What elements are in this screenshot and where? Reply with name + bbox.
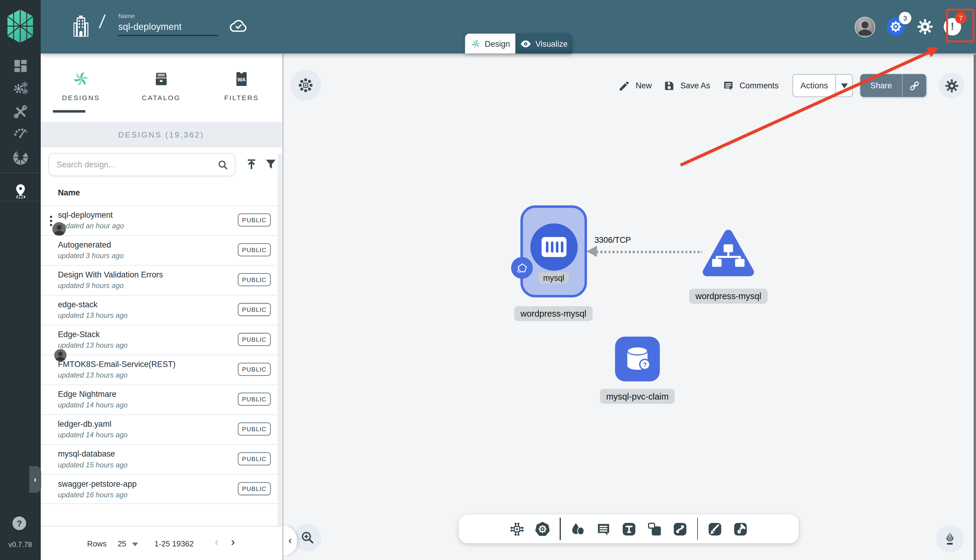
sidebar-expand-button[interactable]: › bbox=[29, 466, 41, 493]
import-design-icon[interactable] bbox=[245, 157, 258, 171]
list-item[interactable]: sql-deployment updated an hour ago PUBLI… bbox=[40, 205, 282, 235]
list-item[interactable]: mysql-database updated 15 hours ago PUBL… bbox=[40, 444, 282, 474]
components-chip-icon[interactable] bbox=[509, 520, 526, 537]
text-tool-icon[interactable] bbox=[620, 520, 637, 537]
node-pvc-mysql-pvc-claim[interactable]: ? bbox=[615, 337, 660, 382]
share-button[interactable]: Share bbox=[860, 74, 926, 97]
meshery-kanvas-app: › ? v0.7.78 / Name sql-deployment bbox=[0, 0, 976, 560]
visibility-badge: PUBLIC bbox=[238, 213, 271, 227]
toolbar-divider bbox=[560, 518, 561, 540]
rectangle-tool-icon[interactable] bbox=[646, 520, 663, 537]
design-updated: updated 15 hours ago bbox=[58, 461, 128, 468]
service-edge[interactable] bbox=[596, 251, 702, 253]
settings-gear-icon[interactable] bbox=[916, 18, 934, 36]
container-icon bbox=[541, 237, 567, 258]
notes-tool-icon[interactable] bbox=[595, 520, 612, 537]
pod-pentagon-icon bbox=[515, 261, 529, 275]
panel-tab-filters-label: FILTERS bbox=[204, 94, 279, 102]
column-header-name: Name bbox=[58, 188, 80, 197]
meshery-design-icon bbox=[72, 70, 90, 88]
shapes-tool-icon[interactable] bbox=[569, 520, 586, 537]
list-item[interactable]: edge-stack updated 13 hours ago PUBLIC bbox=[40, 295, 282, 325]
kubernetes-context-switcher[interactable]: 3 bbox=[885, 16, 906, 37]
design-name-value[interactable]: sql-deployment bbox=[118, 21, 218, 32]
annotation-pen-button[interactable] bbox=[936, 525, 964, 552]
kanvas-pin-icon[interactable] bbox=[12, 182, 29, 199]
designs-count-header: DESIGNS (19,362) bbox=[40, 122, 282, 147]
design-name: FMTOK8S-Email-Service(REST) bbox=[58, 360, 175, 369]
row-menu-icon[interactable] bbox=[48, 215, 54, 227]
panel-tab-designs-label: DESIGNS bbox=[43, 94, 118, 102]
user-avatar[interactable] bbox=[855, 17, 875, 37]
page-scrollbar[interactable] bbox=[973, 54, 976, 560]
visibility-badge: PUBLIC bbox=[238, 303, 271, 316]
visibility-badge: PUBLIC bbox=[238, 422, 271, 435]
tab-design[interactable]: Design bbox=[465, 33, 515, 53]
owner-avatar bbox=[52, 222, 66, 236]
breadcrumb-separator: / bbox=[98, 11, 106, 32]
list-item[interactable]: Edge-Stack updated 13 hours ago PUBLIC bbox=[40, 325, 282, 355]
panel-tab-catalog[interactable]: CATALOG bbox=[124, 53, 199, 113]
performance-gauge-icon[interactable] bbox=[12, 125, 29, 141]
save-as-button[interactable]: Save As bbox=[663, 74, 710, 97]
panel-scrollbar[interactable] bbox=[277, 153, 282, 529]
node-service-wordpress-mysql[interactable] bbox=[702, 228, 754, 278]
panel-tab-filters[interactable]: WA FILTERS bbox=[204, 53, 279, 113]
comments-button[interactable]: Comments bbox=[722, 74, 778, 97]
list-item[interactable]: swagger-petstore-app updated 16 hours ag… bbox=[40, 474, 282, 504]
actions-dropdown-toggle[interactable] bbox=[836, 83, 852, 88]
organization-building-icon[interactable] bbox=[73, 16, 88, 37]
pod-badge bbox=[511, 257, 533, 278]
link-tool-icon[interactable] bbox=[671, 520, 688, 537]
panel-collapse-button[interactable]: ‹ bbox=[283, 526, 297, 555]
canvas-layout-button[interactable] bbox=[290, 70, 321, 101]
meshery-logo-icon[interactable] bbox=[6, 8, 34, 44]
design-updated: updated 13 hours ago bbox=[58, 312, 128, 319]
kubernetes-helm-icon[interactable] bbox=[534, 520, 551, 537]
dashboard-icon[interactable] bbox=[12, 58, 29, 74]
active-tab-indicator bbox=[53, 110, 85, 112]
tab-visualize[interactable]: Visualize bbox=[515, 33, 572, 53]
annotation-highlight-box bbox=[946, 9, 974, 42]
extensions-icon[interactable] bbox=[12, 149, 29, 165]
toolbar-divider bbox=[697, 518, 698, 540]
new-button[interactable]: New bbox=[618, 74, 652, 97]
next-page-button[interactable]: › bbox=[231, 535, 235, 548]
filter-funnel-icon[interactable] bbox=[264, 157, 277, 171]
tab-design-label: Design bbox=[485, 39, 510, 48]
visibility-badge: PUBLIC bbox=[238, 333, 271, 346]
design-canvas[interactable]: New Save As Comments bbox=[283, 53, 976, 560]
copy-link-button[interactable] bbox=[903, 79, 926, 92]
design-name: Autogenerated bbox=[58, 240, 111, 249]
list-item[interactable]: Edge Nightmare updated 14 hours ago PUBL… bbox=[40, 385, 282, 414]
save-floppy-icon bbox=[663, 79, 675, 92]
lifecycle-gears-icon[interactable] bbox=[12, 80, 29, 97]
zoom-in-button[interactable] bbox=[294, 524, 321, 551]
rows-per-page-select[interactable]: 25 bbox=[118, 540, 127, 548]
design-updated: updated 16 hours ago bbox=[58, 491, 128, 498]
mode-toggle: Design Visualize bbox=[465, 33, 572, 53]
list-item[interactable]: FMTOK8S-Email-Service(REST) updated 13 h… bbox=[40, 355, 282, 385]
node-label-pvc: mysql-pvc-claim bbox=[600, 389, 675, 404]
design-updated: updated 14 hours ago bbox=[58, 402, 128, 409]
catalog-archive-icon bbox=[153, 70, 170, 88]
list-item[interactable]: ledger-db.yaml updated 14 hours ago PUBL… bbox=[40, 414, 282, 444]
help-icon[interactable]: ? bbox=[12, 517, 26, 530]
visibility-badge: PUBLIC bbox=[238, 393, 271, 406]
freehand-draw-tool-icon[interactable] bbox=[732, 520, 749, 537]
actions-split-button[interactable]: Actions bbox=[792, 74, 853, 97]
design-name-field[interactable]: Name sql-deployment bbox=[118, 12, 218, 36]
search-input[interactable] bbox=[57, 154, 212, 175]
previous-page-button[interactable]: ‹ bbox=[215, 535, 219, 548]
list-item[interactable]: Autogenerated updated 3 hours ago PUBLIC bbox=[40, 235, 282, 265]
list-item[interactable]: Design With Validation Errors updated 9 … bbox=[40, 265, 282, 295]
configuration-tools-icon[interactable] bbox=[12, 103, 29, 120]
search-icon[interactable] bbox=[217, 158, 229, 171]
panel-tab-designs[interactable]: DESIGNS bbox=[43, 53, 118, 113]
chevron-down-icon[interactable] bbox=[132, 543, 138, 546]
rows-per-page-label: Rows bbox=[87, 540, 107, 548]
visibility-badge: PUBLIC bbox=[238, 273, 271, 286]
annotate-arrow-tool-icon[interactable] bbox=[707, 520, 724, 537]
node-pod-wordpress-mysql[interactable]: mysql bbox=[521, 205, 587, 297]
canvas-settings-button[interactable] bbox=[939, 73, 964, 98]
